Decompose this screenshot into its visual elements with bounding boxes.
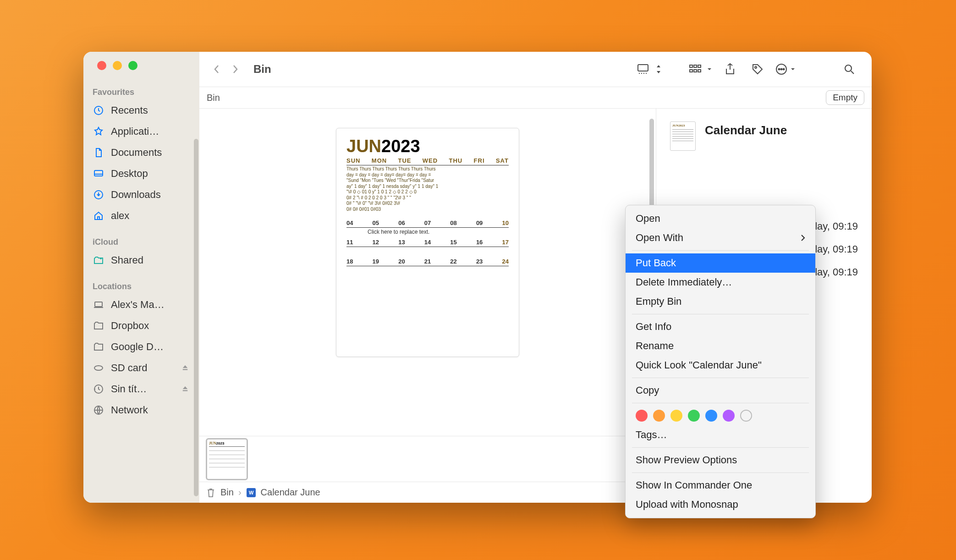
svg-rect-15 xyxy=(694,70,697,72)
ctx-open[interactable]: Open xyxy=(626,209,815,228)
chevron-down-icon xyxy=(790,66,796,72)
download-icon xyxy=(93,189,104,201)
search-button[interactable] xyxy=(840,60,859,78)
sidebar-item-label: Alex's Ma… xyxy=(111,299,190,311)
content-area: JUN2023 SUN MON TUE WED THU FRI SAT Thur… xyxy=(199,109,872,503)
window-title: Bin xyxy=(253,63,271,76)
view-gallery-button[interactable] xyxy=(637,64,662,75)
laptop-icon xyxy=(93,299,104,311)
sidebar-section-locations: Locations xyxy=(83,279,199,294)
sidebar-item-recents[interactable]: Recents xyxy=(83,100,199,121)
folder-icon xyxy=(93,320,104,332)
svg-rect-1 xyxy=(94,170,103,176)
toolbar: Bin xyxy=(199,52,872,87)
sidebar-scrollbar[interactable] xyxy=(194,139,198,496)
drive-icon xyxy=(93,362,104,374)
sidebar-item-documents[interactable]: Documents xyxy=(83,142,199,163)
svg-rect-12 xyxy=(694,65,697,67)
ctx-open-with[interactable]: Open With xyxy=(626,228,815,247)
ctx-tags[interactable]: Tags… xyxy=(626,425,815,445)
preview-row-2: 11121314151617 xyxy=(346,239,509,247)
ctx-get-info[interactable]: Get Info xyxy=(626,317,815,336)
location-crumb: Bin xyxy=(207,93,220,103)
word-doc-icon: W xyxy=(246,488,256,498)
ctx-show-preview-options[interactable]: Show Preview Options xyxy=(626,450,815,470)
path-bar: Bin › W Calendar June xyxy=(199,482,656,503)
tags-button[interactable] xyxy=(748,60,767,78)
sidebar-item-shared[interactable]: Shared xyxy=(83,250,199,271)
desktop-icon xyxy=(93,168,104,180)
forward-button[interactable] xyxy=(231,63,240,76)
path-crumb-file[interactable]: Calendar June xyxy=(261,487,320,498)
back-button[interactable] xyxy=(212,63,221,76)
path-crumb[interactable]: Bin xyxy=(220,487,234,498)
sidebar-item-dropbox[interactable]: Dropbox xyxy=(83,315,199,336)
ctx-upload-with-monosnap[interactable]: Upload with Monosnap xyxy=(626,495,815,514)
eject-icon[interactable] xyxy=(181,385,190,393)
gallery-preview: JUN2023 SUN MON TUE WED THU FRI SAT Thur… xyxy=(199,109,656,436)
ctx-put-back[interactable]: Put Back xyxy=(626,253,815,273)
svg-rect-4 xyxy=(95,302,102,307)
context-menu: Open Open With Put Back Delete Immediate… xyxy=(625,205,816,518)
window-controls xyxy=(83,61,199,70)
sidebar-item-network[interactable]: Network xyxy=(83,400,199,421)
gallery-thumbnails: JUN2023 xyxy=(199,436,656,482)
minimize-window-button[interactable] xyxy=(113,61,122,70)
tag-blue[interactable] xyxy=(705,410,717,422)
preview-row-1: 04050607080910 xyxy=(346,220,509,228)
close-window-button[interactable] xyxy=(97,61,106,70)
sidebar-item-time-machine[interactable]: Sin tít… xyxy=(83,379,199,400)
tag-purple[interactable] xyxy=(723,410,735,422)
svg-rect-8 xyxy=(183,390,188,391)
share-button[interactable] xyxy=(720,60,740,78)
sidebar-item-applications[interactable]: Applicati… xyxy=(83,121,199,142)
trash-icon xyxy=(206,488,216,498)
document-preview: JUN2023 SUN MON TUE WED THU FRI SAT Thur… xyxy=(336,128,519,357)
svg-point-17 xyxy=(755,66,757,68)
file-name: Calendar June xyxy=(705,123,787,137)
ctx-copy[interactable]: Copy xyxy=(626,381,815,400)
globe-icon xyxy=(93,404,104,416)
sidebar-item-label: Sin tít… xyxy=(111,383,175,395)
eject-icon[interactable] xyxy=(181,364,190,372)
sidebar-item-label: Recents xyxy=(111,104,190,116)
ctx-empty-bin[interactable]: Empty Bin xyxy=(626,292,815,311)
preview-note: Click here to replace text. xyxy=(368,229,509,235)
svg-point-20 xyxy=(781,69,782,70)
sidebar-item-sd-card[interactable]: SD card xyxy=(83,357,199,379)
tag-yellow[interactable] xyxy=(670,410,682,422)
empty-bin-button[interactable]: Empty xyxy=(826,90,864,105)
sidebar-item-desktop[interactable]: Desktop xyxy=(83,163,199,184)
time-machine-icon xyxy=(93,383,104,395)
sidebar-item-label: Applicati… xyxy=(111,126,190,137)
actions-button[interactable] xyxy=(775,63,796,75)
preview-month: JUN xyxy=(346,137,381,156)
chevron-right-icon xyxy=(801,234,805,242)
sidebar-item-label: SD card xyxy=(111,362,175,374)
tag-none[interactable] xyxy=(740,410,752,422)
thumbnail-selected[interactable]: JUN2023 xyxy=(206,438,248,480)
sidebar-item-label: Documents xyxy=(111,147,190,159)
ctx-rename[interactable]: Rename xyxy=(626,336,815,356)
zoom-window-button[interactable] xyxy=(128,61,137,70)
ctx-delete-immediately[interactable]: Delete Immediately… xyxy=(626,273,815,292)
sidebar-section-icloud: iCloud xyxy=(83,235,199,250)
shared-folder-icon xyxy=(93,254,104,266)
ctx-show-in-commander-one[interactable]: Show In Commander One xyxy=(626,476,815,495)
tag-green[interactable] xyxy=(688,410,700,422)
sidebar: Favourites Recents Applicati… Documents … xyxy=(83,52,199,503)
tag-red[interactable] xyxy=(636,410,648,422)
group-by-button[interactable] xyxy=(689,64,712,74)
svg-point-21 xyxy=(783,69,785,70)
sidebar-item-downloads[interactable]: Downloads xyxy=(83,184,199,205)
sidebar-item-this-mac[interactable]: Alex's Ma… xyxy=(83,294,199,315)
ctx-quick-look[interactable]: Quick Look "Calendar June" xyxy=(626,356,815,375)
sidebar-item-label: alex xyxy=(111,210,190,222)
sidebar-item-google-drive[interactable]: Google D… xyxy=(83,336,199,357)
chevron-right-icon: › xyxy=(238,487,242,498)
location-bar: Bin Empty xyxy=(199,87,872,109)
folder-icon xyxy=(93,341,104,353)
sidebar-item-label: Downloads xyxy=(111,189,190,201)
sidebar-item-home[interactable]: alex xyxy=(83,205,199,226)
tag-orange[interactable] xyxy=(653,410,665,422)
